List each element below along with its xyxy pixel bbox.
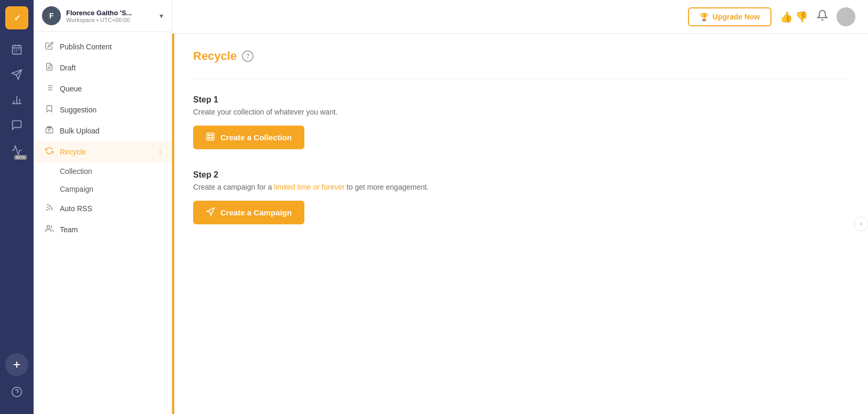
sidebar-item-bulk-upload[interactable]: Bulk Upload (34, 120, 172, 141)
step2-desc: Create a campaign for a limited time or … (193, 183, 847, 191)
reports-icon[interactable]: BETA (5, 139, 28, 162)
create-campaign-button[interactable]: Create a Campaign (193, 201, 304, 224)
rss-icon (44, 203, 55, 214)
workspace-sub: Workspace • UTC+00:00 (66, 17, 154, 23)
sidebar-item-auto-rss[interactable]: Auto RSS (34, 198, 172, 219)
page-title-text: Recycle (193, 49, 237, 63)
recycle-label: Recycle (60, 148, 86, 156)
icon-bar: ✓ (0, 0, 34, 414)
create-campaign-label: Create a Campaign (220, 208, 292, 217)
notification-bell-icon[interactable] (817, 9, 828, 24)
user-avatar[interactable] (837, 7, 855, 26)
sidebar-item-campaign[interactable]: Campaign (34, 180, 172, 198)
publish-icon[interactable] (5, 63, 28, 86)
calendar-icon[interactable] (5, 38, 28, 61)
title-divider (193, 79, 847, 79)
auto-rss-label: Auto RSS (60, 204, 92, 213)
svg-rect-33 (208, 138, 209, 139)
main-area: 🏆 Upgrade Now 👍 👎 Recycle ? Step 1 (172, 0, 868, 414)
page-title-container: Recycle ? (193, 49, 847, 63)
add-icon[interactable] (5, 353, 28, 376)
sidebar-item-suggestion[interactable]: Suggestion (34, 99, 172, 120)
sidebar-item-recycle[interactable]: Recycle › (34, 141, 172, 162)
sidebar: F Florence Gaitho 'S... Workspace • UTC+… (34, 0, 172, 414)
sidebar-item-team[interactable]: Team (34, 219, 172, 240)
upgrade-label: Upgrade Now (713, 13, 760, 21)
svg-rect-32 (211, 134, 213, 136)
collection-btn-icon (206, 132, 215, 143)
recycle-chevron-icon: › (159, 148, 161, 156)
bulk-upload-label: Bulk Upload (60, 127, 100, 135)
step2-desc-before: Create a campaign for a (193, 183, 274, 191)
svg-rect-31 (208, 134, 209, 136)
campaign-btn-icon (206, 207, 215, 218)
step1-section: Step 1 Create your collection of whateve… (193, 95, 847, 165)
svg-point-29 (47, 225, 49, 228)
trophy-icon: 🏆 (700, 13, 708, 21)
thumbs-up-icon[interactable]: 👍 (780, 11, 793, 23)
analytics-icon[interactable] (5, 88, 28, 111)
team-label: Team (60, 225, 78, 234)
draft-icon (44, 63, 55, 73)
step1-label: Step 1 (193, 95, 847, 105)
collection-label: Collection (60, 167, 92, 175)
workspace-selector[interactable]: F Florence Gaitho 'S... Workspace • UTC+… (34, 0, 172, 32)
recycle-icon (44, 147, 55, 157)
svg-rect-34 (211, 138, 213, 139)
sidebar-item-collection[interactable]: Collection (34, 162, 172, 180)
publish-content-label: Publish Content (60, 43, 112, 51)
edit-icon (44, 42, 55, 52)
svg-point-17 (12, 387, 22, 397)
workspace-info: Florence Gaitho 'S... Workspace • UTC+00… (66, 9, 154, 23)
sidebar-item-publish-content[interactable]: Publish Content (34, 36, 172, 57)
chevron-down-icon: ▾ (160, 12, 163, 20)
content-main: Recycle ? Step 1 Create your collection … (172, 34, 868, 414)
svg-rect-30 (207, 133, 214, 140)
workspace-avatar: F (42, 6, 61, 25)
campaign-label: Campaign (60, 185, 93, 193)
team-icon (44, 224, 55, 235)
sidebar-item-queue[interactable]: Queue (34, 78, 172, 99)
chat-icon[interactable] (5, 113, 28, 137)
thumbs-down-icon[interactable]: 👎 (795, 11, 808, 23)
thumbs-container: 👍 👎 (780, 11, 808, 23)
help-icon[interactable] (5, 380, 28, 403)
content: Recycle ? Step 1 Create your collection … (172, 34, 868, 414)
queue-icon (44, 84, 55, 94)
queue-label: Queue (60, 85, 82, 93)
collapse-sidebar-button[interactable]: ‹ (854, 216, 868, 231)
step2-desc-link[interactable]: limited time or forever (274, 183, 345, 191)
step1-desc: Create your collection of whatever you w… (193, 108, 847, 116)
sidebar-nav: Publish Content Draft (34, 32, 172, 414)
create-collection-button[interactable]: Create a Collection (193, 126, 304, 149)
sidebar-item-draft[interactable]: Draft (34, 57, 172, 78)
workspace-name: Florence Gaitho 'S... (66, 9, 150, 17)
svg-point-28 (47, 210, 47, 210)
suggestion-label: Suggestion (60, 106, 97, 114)
suggestion-icon (44, 105, 55, 115)
upgrade-now-button[interactable]: 🏆 Upgrade Now (688, 7, 771, 26)
create-collection-label: Create a Collection (220, 133, 292, 142)
bulk-upload-icon (44, 126, 55, 136)
logo-icon[interactable]: ✓ (5, 6, 28, 29)
step2-desc-after: to get more engagement. (345, 183, 429, 191)
help-circle-icon[interactable]: ? (242, 50, 253, 62)
step2-section: Step 2 Create a campaign for a limited t… (193, 170, 847, 240)
top-bar: 🏆 Upgrade Now 👍 👎 (172, 0, 868, 34)
step2-label: Step 2 (193, 170, 847, 180)
draft-label: Draft (60, 64, 76, 72)
